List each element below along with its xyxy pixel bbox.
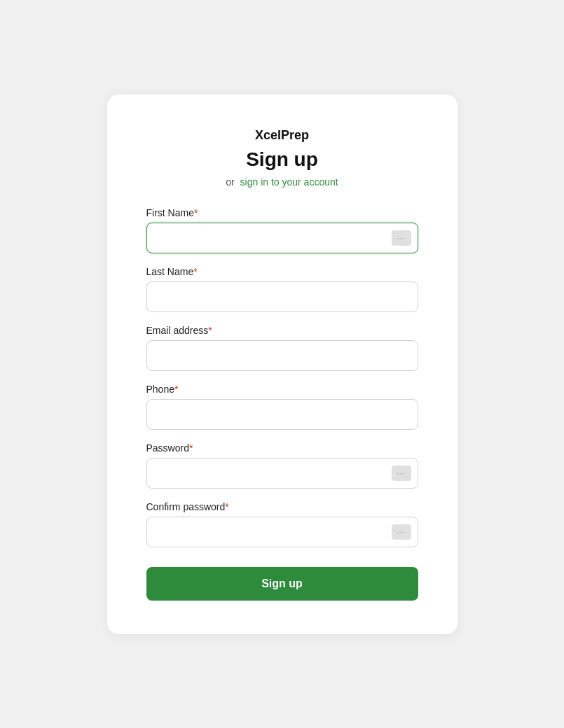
password-input-wrapper: ···: [146, 458, 418, 489]
password-label: Password*: [146, 442, 418, 454]
signup-form: First Name* ··· Last Name* Email address…: [146, 207, 418, 601]
dots-icon: ···: [397, 234, 405, 242]
confirm-password-input-wrapper: ···: [146, 517, 418, 547]
email-group: Email address*: [146, 325, 418, 371]
confirm-password-icon-btn[interactable]: ···: [392, 524, 411, 540]
last-name-group: Last Name*: [146, 266, 418, 312]
first-name-group: First Name* ···: [146, 207, 418, 253]
signup-button[interactable]: Sign up: [146, 567, 418, 601]
password-icon-btn[interactable]: ···: [392, 465, 411, 481]
last-name-label: Last Name*: [146, 266, 418, 277]
confirm-password-required: *: [225, 501, 228, 512]
email-label: Email address*: [146, 325, 418, 336]
confirm-password-label: Confirm password*: [146, 501, 418, 512]
confirm-password-input[interactable]: [146, 517, 418, 547]
password-input[interactable]: [146, 458, 418, 489]
signin-link[interactable]: sign in to your account: [240, 176, 338, 188]
signin-prefix: or: [226, 176, 234, 188]
password-group: Password* ···: [146, 442, 418, 489]
last-name-required: *: [193, 266, 197, 277]
phone-label: Phone*: [146, 384, 418, 395]
first-name-input-wrapper: ···: [146, 223, 418, 253]
email-input[interactable]: [146, 340, 418, 371]
phone-required: *: [174, 384, 178, 395]
email-required: *: [208, 325, 212, 336]
page-title: Sign up: [146, 148, 418, 171]
confirm-password-group: Confirm password* ···: [146, 501, 418, 547]
confirm-password-dots-icon: ···: [397, 528, 405, 536]
password-dots-icon: ···: [397, 469, 405, 477]
first-name-input[interactable]: [146, 223, 418, 253]
phone-input-wrapper: [146, 399, 418, 430]
last-name-input-wrapper: [146, 281, 418, 312]
phone-input[interactable]: [146, 399, 418, 430]
app-name: XcelPrep: [146, 128, 418, 143]
first-name-icon-btn[interactable]: ···: [392, 230, 411, 246]
signup-card: XcelPrep Sign up or sign in to your acco…: [107, 94, 458, 634]
email-input-wrapper: [146, 340, 418, 371]
signin-link-row: or sign in to your account: [146, 176, 418, 188]
last-name-input[interactable]: [146, 281, 418, 312]
phone-group: Phone*: [146, 384, 418, 430]
first-name-label: First Name*: [146, 207, 418, 218]
first-name-required: *: [194, 207, 198, 218]
password-required: *: [189, 442, 193, 454]
